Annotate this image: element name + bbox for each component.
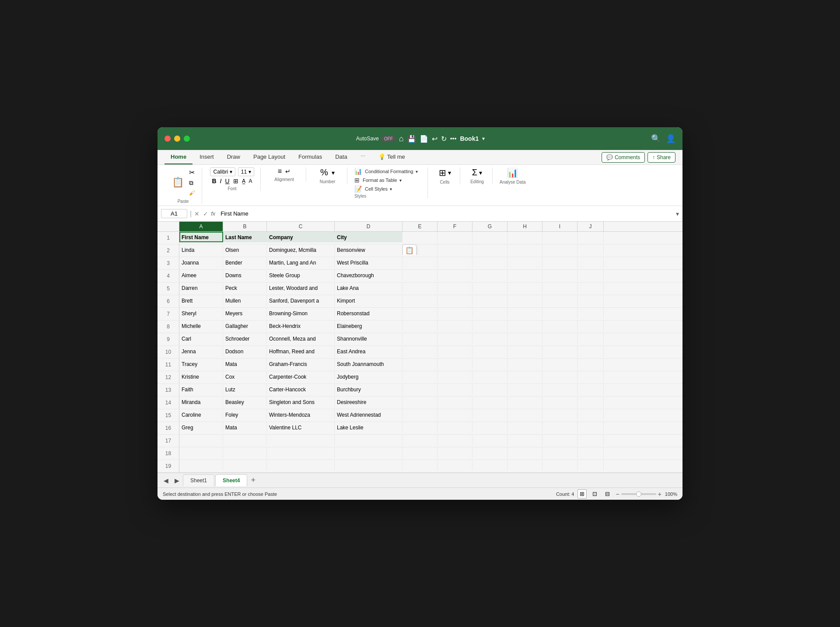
cell[interactable] xyxy=(438,447,472,458)
cell[interactable] xyxy=(402,384,438,394)
cell[interactable] xyxy=(402,320,438,331)
page-break-view-button[interactable]: ⊟ xyxy=(603,489,612,498)
add-sheet-button[interactable]: + xyxy=(248,475,258,486)
col-header-a[interactable]: A xyxy=(179,222,223,231)
cell[interactable] xyxy=(438,308,472,318)
cell[interactable] xyxy=(472,384,508,394)
cell[interactable] xyxy=(402,397,438,407)
row-number[interactable]: 15 xyxy=(158,409,179,421)
cell[interactable]: Foley xyxy=(223,409,267,420)
cell[interactable] xyxy=(402,409,438,420)
col-header-h[interactable]: H xyxy=(508,222,542,231)
autosave-toggle[interactable]: AutoSave OFF xyxy=(356,136,396,142)
cell[interactable] xyxy=(402,257,438,268)
cell[interactable] xyxy=(578,308,604,318)
cell[interactable] xyxy=(508,435,542,445)
cell[interactable] xyxy=(472,320,508,331)
align-button[interactable]: ≡ xyxy=(278,167,282,175)
cell[interactable]: Tracey xyxy=(179,359,223,369)
comments-button[interactable]: 💬 Comments xyxy=(602,152,645,163)
cell[interactable]: Darren xyxy=(179,282,223,293)
close-button[interactable] xyxy=(164,136,171,142)
cell[interactable]: Faith xyxy=(179,384,223,394)
col-header-f[interactable]: F xyxy=(438,222,472,231)
cell[interactable] xyxy=(402,346,438,356)
cell[interactable] xyxy=(542,270,578,280)
cell[interactable] xyxy=(578,447,604,458)
cell[interactable]: 📋 xyxy=(402,244,438,255)
cell[interactable] xyxy=(542,460,578,470)
cell[interactable]: South Joannamouth xyxy=(335,359,402,369)
cell[interactable] xyxy=(472,409,508,420)
analyse-button[interactable]: 📊 xyxy=(507,167,518,178)
paste-button[interactable]: 📋 xyxy=(170,176,186,189)
row-number[interactable]: 16 xyxy=(158,422,179,434)
underline-button[interactable]: U xyxy=(225,178,229,185)
col-header-e[interactable]: E xyxy=(402,222,438,231)
col-header-b[interactable]: B xyxy=(223,222,267,231)
sheet-tab-sheet1[interactable]: Sheet1 xyxy=(183,474,214,486)
cell[interactable] xyxy=(578,333,604,344)
cell[interactable] xyxy=(542,397,578,407)
tab-draw[interactable]: Draw xyxy=(221,150,246,164)
cell[interactable]: Burchbury xyxy=(335,384,402,394)
cell[interactable] xyxy=(179,435,223,445)
cell[interactable] xyxy=(508,295,542,306)
number-format-button[interactable]: % xyxy=(320,167,328,178)
row-number[interactable]: 3 xyxy=(158,257,179,269)
row-number[interactable]: 5 xyxy=(158,282,179,295)
cell[interactable] xyxy=(438,282,472,293)
zoom-track[interactable] xyxy=(621,493,656,495)
cells-button[interactable]: ⊞ xyxy=(439,167,446,178)
cell[interactable] xyxy=(508,282,542,293)
font-color-button[interactable]: A xyxy=(249,178,252,184)
cell[interactable] xyxy=(542,384,578,394)
cell[interactable]: Browning-Simon xyxy=(267,308,335,318)
cell[interactable]: Lutz xyxy=(223,384,267,394)
cell[interactable] xyxy=(335,435,402,445)
tab-data[interactable]: Data xyxy=(329,150,353,164)
cell[interactable]: Lake Ana xyxy=(335,282,402,293)
cell[interactable] xyxy=(542,320,578,331)
wrap-button[interactable]: ↵ xyxy=(285,168,290,175)
cell[interactable] xyxy=(472,295,508,306)
cell[interactable] xyxy=(508,447,542,458)
autosave-state[interactable]: OFF xyxy=(382,136,396,142)
cell[interactable]: East Andrea xyxy=(335,346,402,356)
cell[interactable] xyxy=(223,460,267,470)
row-number[interactable]: 13 xyxy=(158,384,179,396)
cell[interactable] xyxy=(578,422,604,432)
format-painter-button[interactable]: 🖌 xyxy=(188,188,196,197)
more-icon[interactable]: ••• xyxy=(450,135,457,142)
corner-cell[interactable] xyxy=(158,222,179,231)
cell[interactable] xyxy=(472,447,508,458)
grid-view-button[interactable]: ⊞ xyxy=(578,489,587,498)
cell[interactable] xyxy=(267,460,335,470)
cell[interactable]: Cox xyxy=(223,371,267,382)
cells-dropdown[interactable]: ▾ xyxy=(448,169,451,176)
copy-button[interactable]: ⧉ xyxy=(188,178,196,188)
sheet-nav-left[interactable]: ◀ xyxy=(161,475,171,486)
cell[interactable] xyxy=(578,384,604,394)
cell[interactable]: Peck xyxy=(223,282,267,293)
row-number[interactable]: 6 xyxy=(158,295,179,307)
cell[interactable] xyxy=(578,460,604,470)
cell[interactable] xyxy=(578,270,604,280)
cut-button[interactable]: ✂ xyxy=(188,167,196,178)
cell[interactable] xyxy=(335,460,402,470)
cell[interactable] xyxy=(508,308,542,318)
cell[interactable] xyxy=(542,435,578,445)
cell[interactable] xyxy=(508,359,542,369)
tab-formulas[interactable]: Formulas xyxy=(292,150,328,164)
account-icon[interactable]: 👤 xyxy=(666,134,676,143)
cell[interactable] xyxy=(438,371,472,382)
cell[interactable]: Olsen xyxy=(223,244,267,255)
row-number[interactable]: 10 xyxy=(158,346,179,358)
cell[interactable] xyxy=(508,270,542,280)
cell[interactable] xyxy=(578,409,604,420)
cell[interactable]: Desireeshire xyxy=(335,397,402,407)
formula-expand-icon[interactable]: ▾ xyxy=(676,210,679,217)
cell[interactable] xyxy=(542,282,578,293)
cell[interactable]: Schroeder xyxy=(223,333,267,344)
cell[interactable] xyxy=(438,359,472,369)
